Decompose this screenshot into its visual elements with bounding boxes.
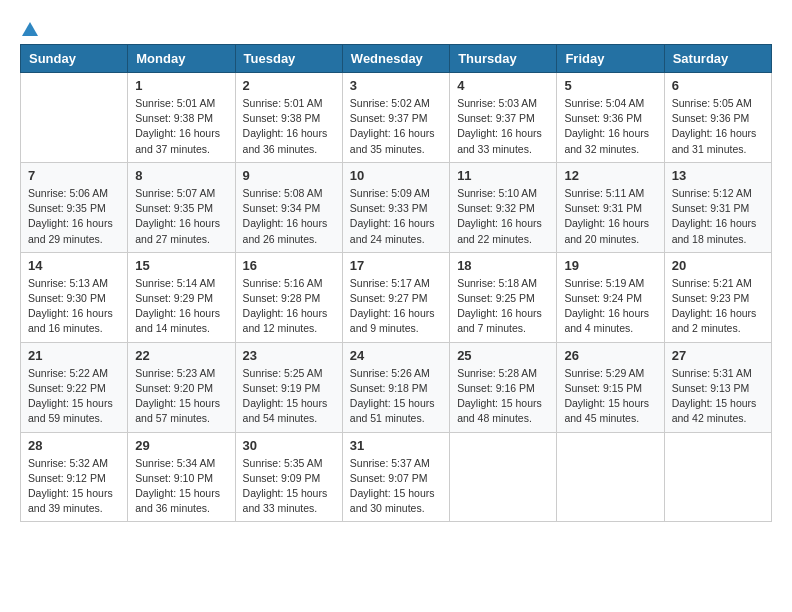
day-info: Sunrise: 5:28 AM Sunset: 9:16 PM Dayligh… <box>457 366 549 427</box>
day-info: Sunrise: 5:18 AM Sunset: 9:25 PM Dayligh… <box>457 276 549 337</box>
calendar-week-row: 7Sunrise: 5:06 AM Sunset: 9:35 PM Daylig… <box>21 162 772 252</box>
calendar-cell: 4Sunrise: 5:03 AM Sunset: 9:37 PM Daylig… <box>450 73 557 163</box>
day-info: Sunrise: 5:05 AM Sunset: 9:36 PM Dayligh… <box>672 96 764 157</box>
day-info: Sunrise: 5:32 AM Sunset: 9:12 PM Dayligh… <box>28 456 120 517</box>
calendar-cell: 25Sunrise: 5:28 AM Sunset: 9:16 PM Dayli… <box>450 342 557 432</box>
calendar-cell: 10Sunrise: 5:09 AM Sunset: 9:33 PM Dayli… <box>342 162 449 252</box>
calendar-cell: 30Sunrise: 5:35 AM Sunset: 9:09 PM Dayli… <box>235 432 342 522</box>
day-number: 18 <box>457 258 549 273</box>
day-number: 3 <box>350 78 442 93</box>
day-number: 6 <box>672 78 764 93</box>
day-info: Sunrise: 5:34 AM Sunset: 9:10 PM Dayligh… <box>135 456 227 517</box>
calendar-week-row: 21Sunrise: 5:22 AM Sunset: 9:22 PM Dayli… <box>21 342 772 432</box>
day-number: 5 <box>564 78 656 93</box>
calendar-cell: 5Sunrise: 5:04 AM Sunset: 9:36 PM Daylig… <box>557 73 664 163</box>
day-info: Sunrise: 5:11 AM Sunset: 9:31 PM Dayligh… <box>564 186 656 247</box>
calendar-cell: 22Sunrise: 5:23 AM Sunset: 9:20 PM Dayli… <box>128 342 235 432</box>
day-info: Sunrise: 5:19 AM Sunset: 9:24 PM Dayligh… <box>564 276 656 337</box>
day-info: Sunrise: 5:06 AM Sunset: 9:35 PM Dayligh… <box>28 186 120 247</box>
day-info: Sunrise: 5:23 AM Sunset: 9:20 PM Dayligh… <box>135 366 227 427</box>
calendar-cell: 18Sunrise: 5:18 AM Sunset: 9:25 PM Dayli… <box>450 252 557 342</box>
day-info: Sunrise: 5:10 AM Sunset: 9:32 PM Dayligh… <box>457 186 549 247</box>
calendar-cell: 31Sunrise: 5:37 AM Sunset: 9:07 PM Dayli… <box>342 432 449 522</box>
day-number: 8 <box>135 168 227 183</box>
day-number: 13 <box>672 168 764 183</box>
day-number: 10 <box>350 168 442 183</box>
day-info: Sunrise: 5:25 AM Sunset: 9:19 PM Dayligh… <box>243 366 335 427</box>
day-number: 17 <box>350 258 442 273</box>
calendar-week-row: 1Sunrise: 5:01 AM Sunset: 9:38 PM Daylig… <box>21 73 772 163</box>
calendar-week-row: 14Sunrise: 5:13 AM Sunset: 9:30 PM Dayli… <box>21 252 772 342</box>
calendar-cell: 3Sunrise: 5:02 AM Sunset: 9:37 PM Daylig… <box>342 73 449 163</box>
day-info: Sunrise: 5:04 AM Sunset: 9:36 PM Dayligh… <box>564 96 656 157</box>
calendar-cell: 27Sunrise: 5:31 AM Sunset: 9:13 PM Dayli… <box>664 342 771 432</box>
calendar-cell: 8Sunrise: 5:07 AM Sunset: 9:35 PM Daylig… <box>128 162 235 252</box>
calendar-cell <box>21 73 128 163</box>
day-info: Sunrise: 5:16 AM Sunset: 9:28 PM Dayligh… <box>243 276 335 337</box>
page-header <box>20 20 772 34</box>
day-info: Sunrise: 5:14 AM Sunset: 9:29 PM Dayligh… <box>135 276 227 337</box>
calendar-cell: 12Sunrise: 5:11 AM Sunset: 9:31 PM Dayli… <box>557 162 664 252</box>
calendar-cell: 24Sunrise: 5:26 AM Sunset: 9:18 PM Dayli… <box>342 342 449 432</box>
logo-icon <box>21 20 39 38</box>
calendar-cell: 6Sunrise: 5:05 AM Sunset: 9:36 PM Daylig… <box>664 73 771 163</box>
logo-text <box>20 20 40 38</box>
day-number: 4 <box>457 78 549 93</box>
calendar-cell: 28Sunrise: 5:32 AM Sunset: 9:12 PM Dayli… <box>21 432 128 522</box>
day-number: 2 <box>243 78 335 93</box>
day-number: 20 <box>672 258 764 273</box>
calendar-cell: 29Sunrise: 5:34 AM Sunset: 9:10 PM Dayli… <box>128 432 235 522</box>
day-number: 30 <box>243 438 335 453</box>
calendar-cell: 20Sunrise: 5:21 AM Sunset: 9:23 PM Dayli… <box>664 252 771 342</box>
day-info: Sunrise: 5:37 AM Sunset: 9:07 PM Dayligh… <box>350 456 442 517</box>
day-info: Sunrise: 5:08 AM Sunset: 9:34 PM Dayligh… <box>243 186 335 247</box>
calendar-cell: 16Sunrise: 5:16 AM Sunset: 9:28 PM Dayli… <box>235 252 342 342</box>
day-number: 1 <box>135 78 227 93</box>
day-info: Sunrise: 5:35 AM Sunset: 9:09 PM Dayligh… <box>243 456 335 517</box>
calendar-header-friday: Friday <box>557 45 664 73</box>
day-number: 9 <box>243 168 335 183</box>
day-number: 21 <box>28 348 120 363</box>
day-number: 25 <box>457 348 549 363</box>
day-number: 23 <box>243 348 335 363</box>
calendar-cell: 21Sunrise: 5:22 AM Sunset: 9:22 PM Dayli… <box>21 342 128 432</box>
day-number: 28 <box>28 438 120 453</box>
day-info: Sunrise: 5:29 AM Sunset: 9:15 PM Dayligh… <box>564 366 656 427</box>
calendar-cell <box>557 432 664 522</box>
calendar-cell: 11Sunrise: 5:10 AM Sunset: 9:32 PM Dayli… <box>450 162 557 252</box>
day-number: 12 <box>564 168 656 183</box>
calendar-header-wednesday: Wednesday <box>342 45 449 73</box>
day-info: Sunrise: 5:13 AM Sunset: 9:30 PM Dayligh… <box>28 276 120 337</box>
svg-marker-0 <box>22 22 38 36</box>
calendar-cell: 26Sunrise: 5:29 AM Sunset: 9:15 PM Dayli… <box>557 342 664 432</box>
day-number: 11 <box>457 168 549 183</box>
calendar-cell: 19Sunrise: 5:19 AM Sunset: 9:24 PM Dayli… <box>557 252 664 342</box>
day-info: Sunrise: 5:31 AM Sunset: 9:13 PM Dayligh… <box>672 366 764 427</box>
day-info: Sunrise: 5:26 AM Sunset: 9:18 PM Dayligh… <box>350 366 442 427</box>
day-info: Sunrise: 5:17 AM Sunset: 9:27 PM Dayligh… <box>350 276 442 337</box>
day-number: 15 <box>135 258 227 273</box>
day-info: Sunrise: 5:07 AM Sunset: 9:35 PM Dayligh… <box>135 186 227 247</box>
calendar-week-row: 28Sunrise: 5:32 AM Sunset: 9:12 PM Dayli… <box>21 432 772 522</box>
calendar-cell: 9Sunrise: 5:08 AM Sunset: 9:34 PM Daylig… <box>235 162 342 252</box>
calendar-header-row: SundayMondayTuesdayWednesdayThursdayFrid… <box>21 45 772 73</box>
day-number: 19 <box>564 258 656 273</box>
day-number: 7 <box>28 168 120 183</box>
day-info: Sunrise: 5:12 AM Sunset: 9:31 PM Dayligh… <box>672 186 764 247</box>
calendar-cell: 13Sunrise: 5:12 AM Sunset: 9:31 PM Dayli… <box>664 162 771 252</box>
day-info: Sunrise: 5:01 AM Sunset: 9:38 PM Dayligh… <box>243 96 335 157</box>
day-number: 29 <box>135 438 227 453</box>
calendar-cell: 23Sunrise: 5:25 AM Sunset: 9:19 PM Dayli… <box>235 342 342 432</box>
day-number: 22 <box>135 348 227 363</box>
day-info: Sunrise: 5:21 AM Sunset: 9:23 PM Dayligh… <box>672 276 764 337</box>
calendar-cell: 15Sunrise: 5:14 AM Sunset: 9:29 PM Dayli… <box>128 252 235 342</box>
calendar-cell: 2Sunrise: 5:01 AM Sunset: 9:38 PM Daylig… <box>235 73 342 163</box>
day-number: 26 <box>564 348 656 363</box>
calendar-header-sunday: Sunday <box>21 45 128 73</box>
calendar-cell <box>664 432 771 522</box>
day-number: 24 <box>350 348 442 363</box>
day-info: Sunrise: 5:09 AM Sunset: 9:33 PM Dayligh… <box>350 186 442 247</box>
calendar-cell <box>450 432 557 522</box>
calendar-cell: 14Sunrise: 5:13 AM Sunset: 9:30 PM Dayli… <box>21 252 128 342</box>
logo <box>20 20 40 34</box>
